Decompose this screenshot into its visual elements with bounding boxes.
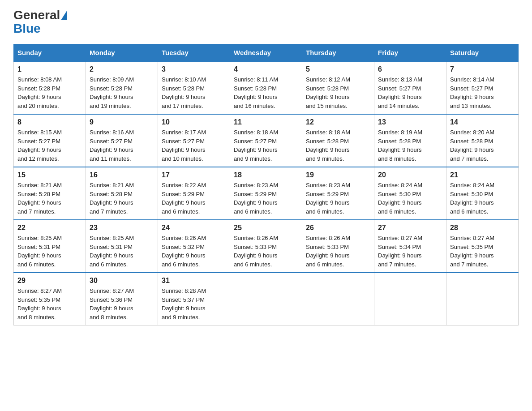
- day-of-week-header: Tuesday: [158, 44, 230, 62]
- calendar-day-cell: 14 Sunrise: 8:20 AMSunset: 5:28 PMDaylig…: [446, 114, 519, 167]
- logo-triangle-icon: [61, 10, 67, 20]
- day-number: 30: [90, 277, 154, 285]
- day-number: 25: [234, 224, 298, 232]
- calendar-day-cell: 28 Sunrise: 8:27 AMSunset: 5:35 PMDaylig…: [446, 220, 519, 273]
- calendar-day-cell: [302, 273, 374, 325]
- calendar-week-row: 15 Sunrise: 8:21 AMSunset: 5:28 PMDaylig…: [14, 167, 519, 220]
- day-info: Sunrise: 8:17 AMSunset: 5:27 PMDaylight:…: [162, 128, 226, 163]
- calendar-day-cell: 21 Sunrise: 8:24 AMSunset: 5:30 PMDaylig…: [446, 167, 519, 220]
- calendar-day-cell: 10 Sunrise: 8:17 AMSunset: 5:27 PMDaylig…: [158, 114, 230, 167]
- day-number: 20: [378, 171, 442, 179]
- day-info: Sunrise: 8:24 AMSunset: 5:30 PMDaylight:…: [450, 181, 515, 216]
- day-number: 7: [450, 65, 515, 73]
- calendar-day-cell: [230, 273, 302, 325]
- day-number: 17: [162, 171, 226, 179]
- calendar-day-cell: 15 Sunrise: 8:21 AMSunset: 5:28 PMDaylig…: [14, 167, 86, 220]
- day-info: Sunrise: 8:09 AMSunset: 5:28 PMDaylight:…: [90, 75, 154, 110]
- day-info: Sunrise: 8:23 AMSunset: 5:29 PMDaylight:…: [234, 181, 298, 216]
- calendar-header-row: SundayMondayTuesdayWednesdayThursdayFrid…: [14, 44, 519, 62]
- day-number: 16: [90, 171, 154, 179]
- day-info: Sunrise: 8:26 AMSunset: 5:33 PMDaylight:…: [234, 234, 298, 269]
- day-of-week-header: Wednesday: [230, 44, 302, 62]
- day-info: Sunrise: 8:20 AMSunset: 5:28 PMDaylight:…: [450, 128, 515, 163]
- day-info: Sunrise: 8:13 AMSunset: 5:27 PMDaylight:…: [378, 75, 442, 110]
- day-info: Sunrise: 8:12 AMSunset: 5:28 PMDaylight:…: [306, 75, 370, 110]
- calendar-day-cell: 2 Sunrise: 8:09 AMSunset: 5:28 PMDayligh…: [86, 61, 158, 114]
- day-number: 24: [162, 224, 226, 232]
- day-info: Sunrise: 8:27 AMSunset: 5:35 PMDaylight:…: [450, 234, 515, 269]
- day-number: 22: [17, 224, 82, 232]
- day-info: Sunrise: 8:15 AMSunset: 5:27 PMDaylight:…: [17, 128, 82, 163]
- calendar-week-row: 29 Sunrise: 8:27 AMSunset: 5:35 PMDaylig…: [14, 273, 519, 325]
- calendar-day-cell: [446, 273, 519, 325]
- day-number: 14: [450, 118, 515, 126]
- day-number: 3: [162, 65, 226, 73]
- day-info: Sunrise: 8:27 AMSunset: 5:35 PMDaylight:…: [17, 287, 82, 321]
- calendar-day-cell: 24 Sunrise: 8:26 AMSunset: 5:32 PMDaylig…: [158, 220, 230, 273]
- calendar-day-cell: 8 Sunrise: 8:15 AMSunset: 5:27 PMDayligh…: [14, 114, 86, 167]
- day-info: Sunrise: 8:08 AMSunset: 5:28 PMDaylight:…: [17, 75, 82, 110]
- day-number: 10: [162, 118, 226, 126]
- day-info: Sunrise: 8:26 AMSunset: 5:32 PMDaylight:…: [162, 234, 226, 269]
- calendar-day-cell: 11 Sunrise: 8:18 AMSunset: 5:27 PMDaylig…: [230, 114, 302, 167]
- calendar-day-cell: 30 Sunrise: 8:27 AMSunset: 5:36 PMDaylig…: [86, 273, 158, 325]
- day-number: 29: [17, 277, 82, 285]
- day-number: 31: [162, 277, 226, 285]
- calendar-day-cell: 5 Sunrise: 8:12 AMSunset: 5:28 PMDayligh…: [302, 61, 374, 114]
- day-number: 6: [378, 65, 442, 73]
- day-info: Sunrise: 8:11 AMSunset: 5:28 PMDaylight:…: [234, 75, 298, 110]
- day-of-week-header: Saturday: [446, 44, 519, 62]
- calendar-day-cell: 6 Sunrise: 8:13 AMSunset: 5:27 PMDayligh…: [374, 61, 446, 114]
- calendar-day-cell: 22 Sunrise: 8:25 AMSunset: 5:31 PMDaylig…: [14, 220, 86, 273]
- calendar-week-row: 22 Sunrise: 8:25 AMSunset: 5:31 PMDaylig…: [14, 220, 519, 273]
- day-info: Sunrise: 8:21 AMSunset: 5:28 PMDaylight:…: [17, 181, 82, 216]
- calendar-day-cell: 17 Sunrise: 8:22 AMSunset: 5:29 PMDaylig…: [158, 167, 230, 220]
- day-number: 2: [90, 65, 154, 73]
- day-of-week-header: Friday: [374, 44, 446, 62]
- day-info: Sunrise: 8:22 AMSunset: 5:29 PMDaylight:…: [162, 181, 226, 216]
- calendar-week-row: 1 Sunrise: 8:08 AMSunset: 5:28 PMDayligh…: [14, 61, 519, 114]
- day-info: Sunrise: 8:26 AMSunset: 5:33 PMDaylight:…: [306, 234, 370, 269]
- calendar-day-cell: 9 Sunrise: 8:16 AMSunset: 5:27 PMDayligh…: [86, 114, 158, 167]
- day-info: Sunrise: 8:16 AMSunset: 5:27 PMDaylight:…: [90, 128, 154, 163]
- day-info: Sunrise: 8:27 AMSunset: 5:34 PMDaylight:…: [378, 234, 442, 269]
- day-number: 21: [450, 171, 515, 179]
- day-number: 11: [234, 118, 298, 126]
- day-number: 26: [306, 224, 370, 232]
- day-info: Sunrise: 8:24 AMSunset: 5:30 PMDaylight:…: [378, 181, 442, 216]
- calendar-day-cell: 23 Sunrise: 8:25 AMSunset: 5:31 PMDaylig…: [86, 220, 158, 273]
- calendar-day-cell: 1 Sunrise: 8:08 AMSunset: 5:28 PMDayligh…: [14, 61, 86, 114]
- day-info: Sunrise: 8:18 AMSunset: 5:28 PMDaylight:…: [306, 128, 370, 163]
- calendar-day-cell: 20 Sunrise: 8:24 AMSunset: 5:30 PMDaylig…: [374, 167, 446, 220]
- day-number: 9: [90, 118, 154, 126]
- day-number: 5: [306, 65, 370, 73]
- day-info: Sunrise: 8:18 AMSunset: 5:27 PMDaylight:…: [234, 128, 298, 163]
- calendar-day-cell: [374, 273, 446, 325]
- calendar-day-cell: 27 Sunrise: 8:27 AMSunset: 5:34 PMDaylig…: [374, 220, 446, 273]
- day-info: Sunrise: 8:28 AMSunset: 5:37 PMDaylight:…: [162, 287, 226, 321]
- day-number: 18: [234, 171, 298, 179]
- day-of-week-header: Thursday: [302, 44, 374, 62]
- day-info: Sunrise: 8:27 AMSunset: 5:36 PMDaylight:…: [90, 287, 154, 321]
- calendar-day-cell: 25 Sunrise: 8:26 AMSunset: 5:33 PMDaylig…: [230, 220, 302, 273]
- day-number: 15: [17, 171, 82, 179]
- calendar-day-cell: 12 Sunrise: 8:18 AMSunset: 5:28 PMDaylig…: [302, 114, 374, 167]
- day-number: 4: [234, 65, 298, 73]
- day-info: Sunrise: 8:23 AMSunset: 5:29 PMDaylight:…: [306, 181, 370, 216]
- calendar-day-cell: 18 Sunrise: 8:23 AMSunset: 5:29 PMDaylig…: [230, 167, 302, 220]
- calendar-day-cell: 29 Sunrise: 8:27 AMSunset: 5:35 PMDaylig…: [14, 273, 86, 325]
- day-info: Sunrise: 8:19 AMSunset: 5:28 PMDaylight:…: [378, 128, 442, 163]
- calendar-day-cell: 16 Sunrise: 8:21 AMSunset: 5:28 PMDaylig…: [86, 167, 158, 220]
- day-info: Sunrise: 8:25 AMSunset: 5:31 PMDaylight:…: [90, 234, 154, 269]
- day-number: 13: [378, 118, 442, 126]
- calendar-day-cell: 19 Sunrise: 8:23 AMSunset: 5:29 PMDaylig…: [302, 167, 374, 220]
- calendar-week-row: 8 Sunrise: 8:15 AMSunset: 5:27 PMDayligh…: [14, 114, 519, 167]
- day-number: 19: [306, 171, 370, 179]
- calendar-day-cell: 31 Sunrise: 8:28 AMSunset: 5:37 PMDaylig…: [158, 273, 230, 325]
- day-info: Sunrise: 8:21 AMSunset: 5:28 PMDaylight:…: [90, 181, 154, 216]
- day-number: 28: [450, 224, 515, 232]
- day-number: 23: [90, 224, 154, 232]
- day-info: Sunrise: 8:10 AMSunset: 5:28 PMDaylight:…: [162, 75, 226, 110]
- calendar-day-cell: 3 Sunrise: 8:10 AMSunset: 5:28 PMDayligh…: [158, 61, 230, 114]
- calendar-table: SundayMondayTuesdayWednesdayThursdayFrid…: [13, 44, 519, 325]
